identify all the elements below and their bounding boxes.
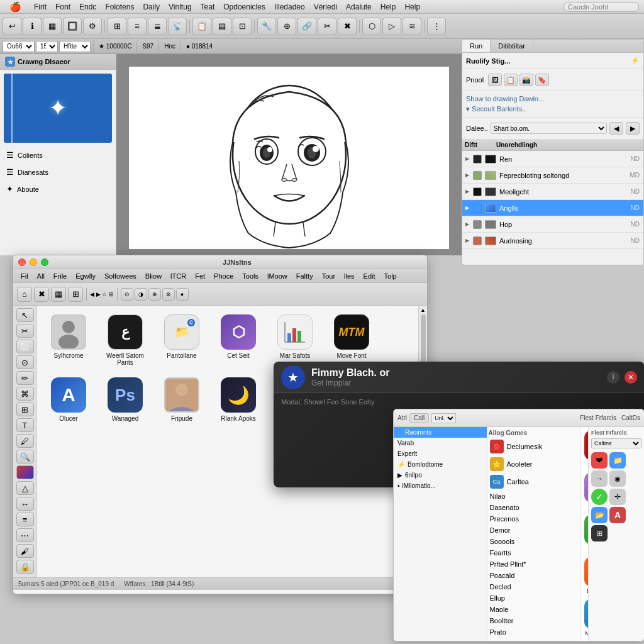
toolbar-btn-11[interactable]: ▤ bbox=[213, 18, 231, 35]
toolbar-btn-14[interactable]: ⊕ bbox=[277, 18, 296, 35]
win2-menu-edit[interactable]: Edit bbox=[360, 271, 379, 281]
finder-item-bomlodtome[interactable]: ⚡ Bomlodtome bbox=[394, 459, 487, 470]
right-icon-8[interactable]: A bbox=[609, 507, 626, 523]
win4-app-declumesik[interactable]: 🔴 Declumesik bbox=[487, 438, 580, 455]
toolbar2-select-3[interactable]: Hftte bbox=[59, 41, 91, 52]
right-icon-3[interactable]: → bbox=[591, 470, 608, 487]
tool-7[interactable]: ⊞ bbox=[16, 402, 34, 416]
menu-firit[interactable]: Firit bbox=[30, 1, 51, 13]
right-icon-7[interactable]: 📂 bbox=[591, 507, 608, 523]
pnool-btn-2[interactable]: 📋 bbox=[504, 74, 518, 86]
menu-vinltug[interactable]: Vinltug bbox=[164, 1, 196, 13]
toolbar-btn-5[interactable]: ⚙ bbox=[83, 18, 102, 35]
win2-menu-ltcr[interactable]: lTCR bbox=[167, 271, 190, 281]
tool-14[interactable]: ≡ bbox=[16, 513, 34, 526]
win4-app-maole[interactable]: Maole bbox=[487, 604, 580, 615]
finder-item-raoimnts[interactable]: Raoimnts bbox=[394, 427, 487, 438]
panel-tab-ditibtiltar[interactable]: Ditibtiltar bbox=[491, 40, 533, 52]
toolbar-btn-19[interactable]: ▷ bbox=[382, 18, 401, 35]
toolbar2-select-2[interactable]: 15 bbox=[36, 41, 58, 52]
app-mar-safots[interactable]: Mar Safots bbox=[270, 312, 320, 369]
toolbar-btn-3[interactable]: ▦ bbox=[43, 18, 62, 35]
win2-menu-frile[interactable]: Frile bbox=[50, 271, 70, 281]
win2-menu-fil[interactable]: Fil bbox=[17, 271, 32, 281]
toolbar-btn-18[interactable]: ⬡ bbox=[362, 18, 381, 35]
win2-tb-small-2[interactable]: ◑ bbox=[135, 288, 147, 301]
menu-adalute[interactable]: Adalute bbox=[341, 1, 376, 13]
right-icon-1[interactable]: ❤ bbox=[591, 452, 608, 469]
toolbar-btn-7[interactable]: ≡ bbox=[128, 18, 147, 35]
right-icon-9[interactable]: ⊞ bbox=[591, 525, 608, 541]
secoult-toggle[interactable]: ▾ Secoult Barlents.. bbox=[466, 104, 640, 114]
app-fripude[interactable]: Fripude bbox=[157, 375, 207, 425]
tool-10[interactable]: 🔍 bbox=[16, 450, 34, 464]
win4-dropdown[interactable]: Unl. bbox=[431, 413, 456, 423]
win2-menu-solfowees[interactable]: Solfowees bbox=[101, 271, 140, 281]
toolbar-btn-17[interactable]: ✖ bbox=[338, 18, 357, 35]
menu-teat[interactable]: Teat bbox=[196, 1, 219, 13]
scroll-up-btn[interactable]: ▲ bbox=[420, 307, 426, 313]
sidebar-nav-dianesats[interactable]: ☰ Dianesats bbox=[0, 164, 116, 180]
toolbar-btn-21[interactable]: ⋮ bbox=[427, 18, 446, 35]
win4-app-precenos[interactable]: Precenos bbox=[487, 513, 580, 525]
apple-menu[interactable]: 🍎 bbox=[5, 0, 26, 14]
app-sylhcrome[interactable]: Sylhcrome bbox=[43, 312, 94, 369]
win4-app-dasenato[interactable]: Dasenato bbox=[487, 502, 580, 513]
menu-help1[interactable]: Help bbox=[376, 1, 401, 13]
layer-row-4[interactable]: ▶ Hop ND bbox=[462, 216, 643, 233]
win2-minimize-btn[interactable] bbox=[30, 258, 37, 266]
pnool-btn-1[interactable]: 🖼 bbox=[488, 74, 502, 86]
finder-item-lmllomatlo[interactable]: • lMllomatlo... bbox=[394, 480, 487, 491]
layer-row-2[interactable]: ▶ Meoligcht ND bbox=[462, 184, 643, 200]
finder-item-experlt[interactable]: Experlt bbox=[394, 448, 487, 459]
win3-info-btn[interactable]: ℹ bbox=[607, 371, 619, 384]
toolbar-btn-4[interactable]: 🔲 bbox=[63, 18, 82, 35]
win4-app-aooleter[interactable]: ⭐ Aooleter bbox=[487, 455, 580, 473]
app-cet-seit[interactable]: ⬡ Cet Seit bbox=[213, 312, 264, 369]
layer-row-3[interactable]: ▶ Anglls ND bbox=[462, 200, 643, 216]
win2-tb-tools[interactable]: ✖ bbox=[34, 287, 49, 302]
toolbar2-select-1[interactable]: Ou66 bbox=[3, 41, 35, 52]
win4-app-ellup[interactable]: Ellup bbox=[487, 592, 580, 604]
right-icon-5[interactable]: ✓ bbox=[591, 489, 608, 505]
menu-font[interactable]: Font bbox=[51, 1, 75, 13]
menubar-search[interactable] bbox=[564, 2, 639, 12]
menu-veriedi[interactable]: Vériedi bbox=[309, 1, 341, 13]
layer-row-5[interactable]: ▶ Audnosing ND bbox=[462, 233, 643, 249]
app-pantollane[interactable]: 📁 © Pantollane bbox=[157, 312, 207, 369]
tool-15[interactable]: ⋯ bbox=[16, 528, 34, 542]
win4-app-carltea[interactable]: Ca Carltea bbox=[487, 473, 580, 491]
menu-endc[interactable]: Endc bbox=[75, 1, 101, 13]
finder-item-6nllpo[interactable]: ▶ 6nllpo bbox=[394, 470, 487, 480]
win4-app-demor[interactable]: Demor bbox=[487, 525, 580, 536]
toolbar-btn-6[interactable]: ⊞ bbox=[108, 18, 126, 35]
toolbar-btn-9[interactable]: 📡 bbox=[168, 18, 187, 35]
app-weerll[interactable]: ع Weerll Satom Pants bbox=[100, 312, 150, 369]
win2-menu-all[interactable]: All bbox=[33, 271, 48, 281]
layer-row-0[interactable]: ▶ Ren ND bbox=[462, 151, 643, 167]
toolbar-btn-2[interactable]: ℹ bbox=[23, 18, 42, 35]
win2-menu-faltty[interactable]: Faltty bbox=[292, 271, 317, 281]
menu-opdoenicles[interactable]: Opdoenicles bbox=[219, 1, 270, 13]
toolbar-btn-12[interactable]: ⊡ bbox=[233, 18, 252, 35]
tool-11[interactable] bbox=[16, 465, 34, 479]
win2-menu-tools[interactable]: Tools bbox=[238, 271, 262, 281]
layer-row-1[interactable]: ▶ Feprecbloting soltongd MD bbox=[462, 167, 643, 184]
win2-menu-egwlly[interactable]: Egwlly bbox=[72, 271, 99, 281]
win4-app-poacald[interactable]: Poacald bbox=[487, 570, 580, 581]
win2-tb-small-1[interactable]: ⊙ bbox=[121, 288, 133, 301]
tool-8[interactable]: T bbox=[16, 418, 34, 432]
sidebar-nav-aboute[interactable]: ✦ Aboute bbox=[0, 180, 116, 197]
pnool-btn-4[interactable]: 🔖 bbox=[535, 74, 549, 86]
win4-app-booltter[interactable]: Booltter bbox=[487, 615, 580, 626]
win2-menu-lmoow[interactable]: lMoow bbox=[264, 271, 291, 281]
toolbar-btn-20[interactable]: ≋ bbox=[402, 18, 421, 35]
search-btn-1[interactable]: ◀ bbox=[609, 122, 623, 135]
win4-app-decled[interactable]: Decled bbox=[487, 581, 580, 592]
toolbar-btn-15[interactable]: 🔗 bbox=[297, 18, 316, 35]
menu-daily[interactable]: Daily bbox=[138, 1, 164, 13]
menu-folotens[interactable]: Folotens bbox=[101, 1, 138, 13]
app-olucer[interactable]: A Olucer bbox=[43, 375, 94, 425]
search-btn-2[interactable]: ▶ bbox=[626, 122, 640, 135]
toolbar-btn-8[interactable]: ≣ bbox=[148, 18, 167, 35]
